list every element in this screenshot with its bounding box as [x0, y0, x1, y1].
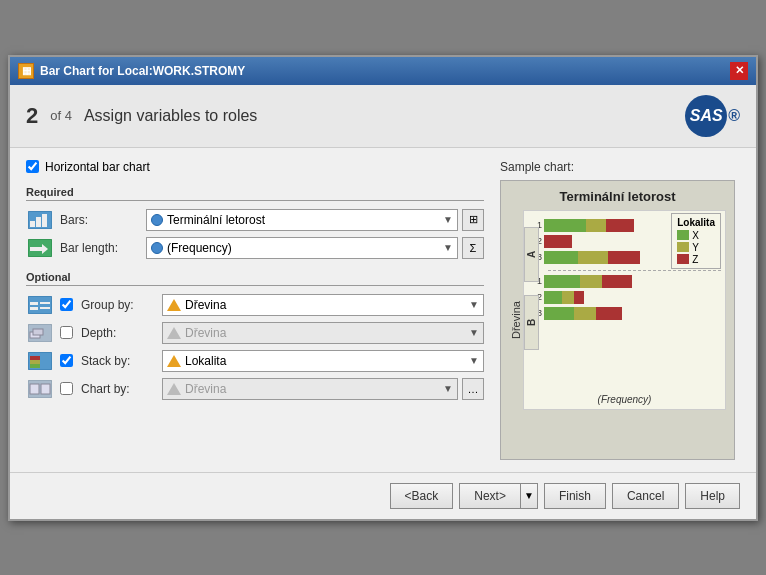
sample-chart-label: Sample chart:: [500, 160, 740, 174]
bar-b1-olive: [580, 275, 602, 288]
legend-item-z: Z: [677, 254, 715, 265]
stack-by-field-icon: [26, 350, 54, 372]
group-a-label: A: [524, 227, 539, 282]
group-by-field-icon: [26, 294, 54, 316]
left-panel: Horizontal bar chart Required Bars:: [26, 160, 484, 460]
chart-by-checkbox[interactable]: [60, 382, 73, 395]
next-button-group: Next> ▼: [459, 483, 538, 509]
svg-rect-14: [33, 329, 43, 335]
sas-logo: SAS ®: [685, 95, 740, 137]
dialog-header: 2 of 4 Assign variables to roles SAS ®: [10, 85, 756, 148]
x-axis-label: (Frequency): [598, 394, 652, 405]
svg-rect-9: [30, 307, 38, 310]
horizontal-bar-chart-checkbox[interactable]: [26, 160, 39, 173]
legend-item-x: X: [677, 230, 715, 241]
cancel-button[interactable]: Cancel: [612, 483, 679, 509]
group-by-label: Group by:: [81, 298, 156, 312]
titlebar-left: ▦ Bar Chart for Local:WORK.STROMY: [18, 63, 245, 79]
bar-b2-green: [544, 291, 562, 304]
bar-length-label: Bar length:: [60, 241, 140, 255]
bar-b1-red: [602, 275, 632, 288]
bars-field-icon: [26, 209, 54, 231]
step-of: of 4: [50, 108, 72, 123]
back-button[interactable]: <Back: [390, 483, 454, 509]
depth-field-icon: [26, 322, 54, 344]
depth-var-icon: [167, 327, 181, 339]
help-button[interactable]: Help: [685, 483, 740, 509]
group-divider: [530, 270, 721, 271]
group-by-field-row: Group by: Dřevina ▼: [26, 294, 484, 316]
depth-dropdown[interactable]: Dřevina ▼: [162, 322, 484, 344]
dialog-body: Horizontal bar chart Required Bars:: [10, 148, 756, 472]
chart-by-field-icon: [26, 378, 54, 400]
bars-dropdown[interactable]: Terminální letorost ▼: [146, 209, 458, 231]
bar-b3-green: [544, 307, 574, 320]
bar-a1-green: [544, 219, 586, 232]
svg-rect-2: [36, 217, 41, 227]
optional-section-label: Optional: [26, 271, 484, 286]
bar-b2-olive: [562, 291, 574, 304]
group-b-row1: 1: [530, 275, 721, 288]
chart-legend: Lokalita X Y Z: [671, 213, 721, 269]
depth-icon: [28, 324, 52, 342]
chart-by-var-icon: [167, 383, 181, 395]
bars-label: Bars:: [60, 213, 140, 227]
bars-icon: [28, 211, 52, 229]
required-section-label: Required: [26, 186, 484, 201]
depth-label: Depth:: [81, 326, 156, 340]
stack-by-icon: [28, 352, 52, 370]
stack-by-dropdown-container: Lokalita ▼: [162, 350, 484, 372]
bar-b3-olive: [574, 307, 596, 320]
depth-checkbox[interactable]: [60, 326, 73, 339]
close-button[interactable]: ✕: [730, 62, 748, 80]
finish-button[interactable]: Finish: [544, 483, 606, 509]
group-by-checkbox[interactable]: [60, 298, 73, 311]
window-title: Bar Chart for Local:WORK.STROMY: [40, 64, 245, 78]
group-b-row2: 2: [530, 291, 721, 304]
sas-circle-logo: SAS: [685, 95, 727, 137]
header-left: 2 of 4 Assign variables to roles: [26, 103, 257, 129]
svg-rect-1: [30, 221, 35, 227]
chart-by-dropdown[interactable]: Dřevina ▼: [162, 378, 458, 400]
y-axis-label: Dřevina: [509, 210, 523, 410]
bar-length-icon: [28, 239, 52, 257]
bar-length-field-icon: [26, 237, 54, 259]
stack-by-field-row: Stack by: Lokalita ▼: [26, 350, 484, 372]
depth-field-row: Depth: Dřevina ▼: [26, 322, 484, 344]
bar-length-var-icon: [151, 242, 163, 254]
bar-length-dropdown-container: (Frequency) ▼ Σ: [146, 237, 484, 259]
bar-a1-red: [606, 219, 634, 232]
bars-dropdown-container: Terminální letorost ▼ ⊞: [146, 209, 484, 231]
group-b-label: B: [524, 295, 539, 350]
page-title: Assign variables to roles: [84, 107, 257, 125]
stack-by-var-icon: [167, 355, 181, 367]
svg-rect-17: [30, 360, 40, 364]
group-by-dropdown[interactable]: Dřevina ▼: [162, 294, 484, 316]
chart-inner-wrap: Dřevina 1: [509, 210, 726, 410]
stack-by-dropdown[interactable]: Lokalita ▼: [162, 350, 484, 372]
svg-rect-20: [30, 384, 39, 394]
bars-var-icon: [151, 214, 163, 226]
legend-color-x: [677, 230, 689, 240]
chart-title: Terminální letorost: [509, 189, 726, 204]
bar-length-action-button[interactable]: Σ: [462, 237, 484, 259]
svg-rect-5: [30, 247, 42, 251]
horizontal-bar-chart-label: Horizontal bar chart: [45, 160, 150, 174]
horizontal-bar-chart-row: Horizontal bar chart: [26, 160, 484, 174]
stack-by-checkbox[interactable]: [60, 354, 73, 367]
chart-area: Terminální letorost Dřevina 1: [500, 180, 735, 460]
bars-action-button[interactable]: ⊞: [462, 209, 484, 231]
legend-title: Lokalita: [677, 217, 715, 228]
chart-by-action-button[interactable]: …: [462, 378, 484, 400]
bar-b3-red: [596, 307, 622, 320]
bar-b1-green: [544, 275, 580, 288]
legend-color-z: [677, 254, 689, 264]
next-button[interactable]: Next>: [459, 483, 520, 509]
chart-by-label: Chart by:: [81, 382, 156, 396]
bar-length-dropdown[interactable]: (Frequency) ▼: [146, 237, 458, 259]
group-b-row3: 3: [530, 307, 721, 320]
next-dropdown-arrow[interactable]: ▼: [520, 483, 538, 509]
bar-a1-olive: [586, 219, 606, 232]
group-by-icon: [28, 296, 52, 314]
legend-color-y: [677, 242, 689, 252]
